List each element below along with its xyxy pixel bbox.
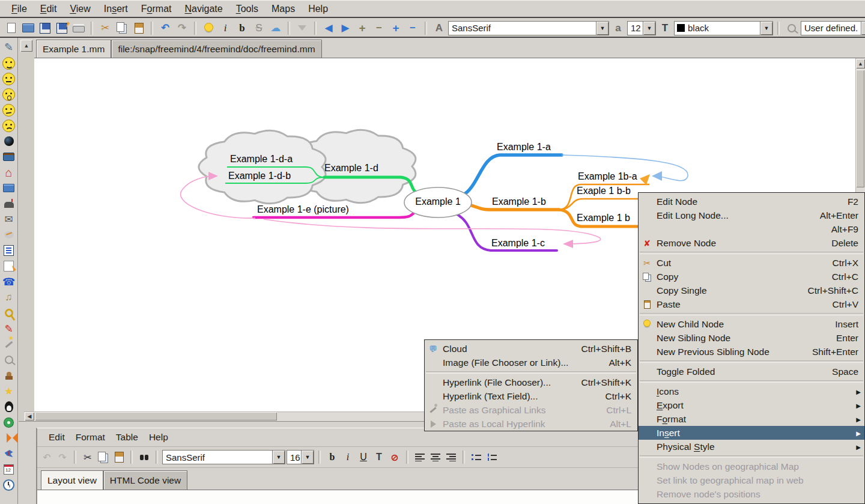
note-menu-table[interactable]: Table bbox=[111, 431, 144, 444]
smiley-sad-icon[interactable] bbox=[2, 119, 16, 132]
key-icon[interactable] bbox=[2, 306, 16, 320]
submenu-item-image[interactable]: Image (File Chooser or Link)... Alt+K bbox=[425, 356, 637, 369]
numbered-list-icon[interactable] bbox=[485, 450, 499, 464]
submenu-item-cloud[interactable]: 💬︎ Cloud Ctrl+Shift+B bbox=[425, 342, 637, 356]
left-scrollbar[interactable] bbox=[19, 38, 35, 422]
tab-html-code-view[interactable]: HTML Code view bbox=[103, 470, 187, 490]
node-example-1e[interactable]: Example 1-e (picture) bbox=[257, 204, 349, 215]
remove-blue-icon[interactable]: − bbox=[405, 20, 420, 36]
menu-tools[interactable]: Tools bbox=[229, 2, 265, 16]
menu-format[interactable]: Format bbox=[135, 2, 178, 16]
note-menu-format[interactable]: Format bbox=[70, 431, 111, 444]
font-color-icon[interactable]: T bbox=[372, 450, 386, 464]
font-family-select[interactable]: SansSerif ▼ bbox=[448, 21, 609, 35]
scroll-up-icon[interactable]: ▲ bbox=[856, 59, 865, 68]
context-item-new-sibling-node[interactable]: New Sibling Node Enter bbox=[639, 331, 864, 345]
node-example-1c[interactable]: Example 1-c bbox=[491, 238, 545, 249]
cut-icon[interactable]: ✂ bbox=[97, 20, 113, 36]
smiley-happy-icon[interactable] bbox=[2, 56, 16, 70]
undo-icon[interactable]: ↶ bbox=[157, 20, 173, 36]
save-icon[interactable] bbox=[37, 20, 53, 36]
copy-icon[interactable] bbox=[114, 20, 130, 36]
menu-file[interactable]: File bbox=[5, 2, 34, 16]
save-as-icon[interactable] bbox=[54, 20, 70, 36]
find-binoculars-icon[interactable] bbox=[137, 450, 151, 464]
context-item-icons[interactable]: Icons ▶ bbox=[639, 384, 864, 398]
note-font-size-select[interactable]: 16 ▼ bbox=[287, 450, 314, 464]
font-increase-icon[interactable]: A bbox=[431, 20, 447, 36]
font-color-icon[interactable]: T bbox=[657, 20, 673, 36]
add-blue-icon[interactable]: + bbox=[388, 20, 404, 36]
context-item-export[interactable]: Export ▶ bbox=[639, 398, 864, 412]
vertical-scroll-thumb[interactable] bbox=[856, 70, 864, 187]
bomb-icon[interactable] bbox=[2, 135, 16, 148]
context-item-toggle-folded[interactable]: Toggle Folded Space bbox=[639, 365, 864, 378]
menu-help[interactable]: Help bbox=[302, 2, 335, 16]
font-decrease-icon[interactable]: a bbox=[610, 20, 626, 36]
red-pencil-icon[interactable]: ✎ bbox=[2, 322, 16, 335]
magnifier-icon[interactable] bbox=[2, 353, 16, 366]
node-example-1db[interactable]: Example 1-d-b bbox=[228, 171, 291, 181]
note-edit-icon[interactable] bbox=[2, 260, 16, 273]
chevron-down-icon[interactable]: ▼ bbox=[272, 451, 285, 464]
align-center-icon[interactable] bbox=[428, 450, 443, 464]
submenu-item-paste-graphical-links[interactable]: Paste as Graphical Links Ctrl+L bbox=[425, 403, 637, 417]
menu-insert[interactable]: Insert bbox=[97, 2, 135, 16]
horizontal-scroll-thumb[interactable] bbox=[35, 412, 277, 421]
context-item-show-nodes-geo-map[interactable]: Show Nodes on geographical Map bbox=[639, 460, 864, 473]
node-example-1ba[interactable]: Example 1b-a bbox=[578, 171, 637, 182]
node-example-1bb[interactable]: Exaple 1 b-b bbox=[577, 186, 631, 196]
node-color-select[interactable]: black ▼ bbox=[674, 21, 773, 35]
list-icon[interactable] bbox=[2, 244, 16, 257]
zoom-select[interactable]: User defined. ▼ bbox=[801, 21, 865, 35]
node-root[interactable]: Example 1 bbox=[415, 196, 461, 207]
bullet-list-icon[interactable] bbox=[469, 450, 484, 464]
new-file-icon[interactable] bbox=[4, 20, 19, 36]
smiley-neutral-icon[interactable] bbox=[2, 72, 16, 85]
context-item-physical-style[interactable]: Physical Style ▶ bbox=[639, 440, 864, 454]
submenu-item-paste-local-hyperlink[interactable]: Paste as Local Hyperlink Alt+L bbox=[425, 417, 637, 431]
context-item-edit-node[interactable]: Edit Node F2 bbox=[639, 195, 864, 208]
note-font-family-select[interactable]: SansSerif ▼ bbox=[162, 450, 285, 464]
align-left-icon[interactable] bbox=[413, 450, 427, 464]
context-item-remove-node-positions[interactable]: Remove node's positions bbox=[639, 487, 864, 501]
menu-view[interactable]: View bbox=[63, 2, 97, 16]
context-item-edit-long-node[interactable]: Edit Long Node... Alt+Enter bbox=[639, 208, 864, 222]
redo-icon[interactable]: ↷ bbox=[174, 20, 190, 36]
quill-icon[interactable] bbox=[2, 228, 16, 241]
redo-icon[interactable]: ↷ bbox=[55, 450, 70, 464]
undo-icon[interactable]: ↶ bbox=[40, 450, 54, 464]
filter-icon[interactable] bbox=[294, 20, 310, 36]
star-icon[interactable]: ★ bbox=[2, 384, 16, 398]
italic-icon[interactable]: i bbox=[217, 20, 233, 36]
penguin-icon[interactable] bbox=[2, 400, 16, 413]
context-item-cut[interactable]: ✂ Cut Ctrl+X bbox=[639, 256, 864, 270]
clock-icon[interactable] bbox=[2, 478, 16, 491]
paste-icon[interactable] bbox=[112, 450, 126, 464]
chevron-down-icon[interactable]: ▼ bbox=[760, 22, 772, 35]
node-example-1bc[interactable]: Example 1 b bbox=[577, 213, 630, 223]
bold-icon[interactable]: b bbox=[234, 20, 250, 36]
cloud-icon[interactable]: ☁ bbox=[268, 20, 284, 36]
context-item-format[interactable]: Format ▶ bbox=[639, 412, 864, 426]
open-icon[interactable] bbox=[20, 20, 36, 36]
chevron-down-icon[interactable]: ▼ bbox=[596, 22, 609, 35]
smiley-angry-icon[interactable] bbox=[2, 103, 16, 117]
node-example-1a[interactable]: Example 1-a bbox=[497, 142, 551, 153]
home-icon[interactable]: ⌂ bbox=[2, 166, 16, 179]
folder-icon[interactable] bbox=[2, 181, 16, 195]
lightbulb-icon[interactable] bbox=[201, 20, 216, 36]
pencil-icon[interactable]: ✎ bbox=[2, 41, 16, 54]
context-item-remove-node[interactable]: ✘ Remove Node Delete bbox=[639, 236, 864, 250]
context-item-insert[interactable]: Insert ▶ bbox=[639, 426, 864, 440]
chevron-down-icon[interactable]: ▼ bbox=[643, 22, 655, 35]
underline-icon[interactable]: U bbox=[356, 450, 371, 464]
add-olive-icon[interactable]: + bbox=[354, 20, 370, 36]
strikethrough-icon[interactable]: S bbox=[251, 20, 267, 36]
butterfly-icon[interactable] bbox=[2, 431, 16, 445]
music-icon[interactable]: ♫ bbox=[2, 291, 16, 304]
node-example-1d[interactable]: Example 1-d bbox=[324, 163, 378, 174]
paste-icon[interactable] bbox=[131, 20, 147, 36]
submenu-item-hyperlink-text[interactable]: Hyperlink (Text Field)... Ctrl+K bbox=[425, 389, 637, 403]
node-example-1b[interactable]: Example 1-b bbox=[492, 196, 546, 207]
